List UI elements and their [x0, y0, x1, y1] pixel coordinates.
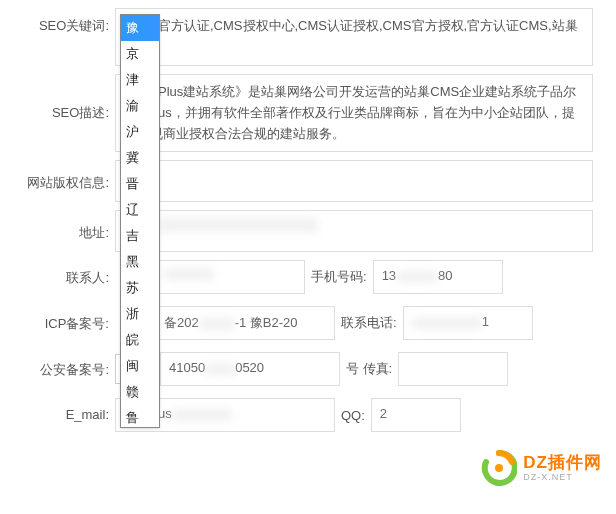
- input-fax[interactable]: [398, 352, 508, 386]
- watermark-sub: DZ-X.NET: [523, 472, 602, 482]
- label-fax: 号 传真:: [346, 360, 392, 378]
- label-email: E_mail:: [0, 398, 115, 422]
- input-qq[interactable]: 2: [371, 398, 461, 432]
- input-tel[interactable]: 1: [403, 306, 533, 340]
- form-container: SEO关键词: 官方认证,CMS授权中心,CMS认证授权,CMS官方授权,官方认…: [0, 0, 616, 452]
- input-address[interactable]: [115, 210, 593, 252]
- dropdown-option[interactable]: 冀: [121, 145, 159, 171]
- row-icp: ICP备案号: 备202-1 豫B2-20 联系电话: 1: [0, 306, 616, 344]
- dropdown-option[interactable]: 黑: [121, 249, 159, 275]
- label-contact: 联系人:: [0, 260, 115, 287]
- dropdown-option[interactable]: 闽: [121, 353, 159, 379]
- dropdown-list[interactable]: 豫京津渝沪冀晋辽吉黑苏浙皖闽赣鲁豫鄂湘粤: [121, 15, 159, 427]
- label-mobile: 手机号码:: [311, 268, 367, 286]
- label-seo-desc: SEO描述:: [0, 74, 115, 122]
- dropdown-option[interactable]: 渝: [121, 93, 159, 119]
- row-seo-keywords: SEO关键词: 官方认证,CMS授权中心,CMS认证授权,CMS官方授权,官方认…: [0, 8, 616, 66]
- input-seo-desc[interactable]: Plus建站系统》是站巢网络公司开发运营的站巢CMS企业建站系统子品尔SiteP…: [115, 74, 593, 152]
- dropdown-option[interactable]: 津: [121, 67, 159, 93]
- watermark-icon: [481, 450, 517, 486]
- dropdown-option[interactable]: 晋: [121, 171, 159, 197]
- input-mobile[interactable]: 1380: [373, 260, 503, 294]
- watermark-logo: DZ插件网 DZ-X.NET: [481, 450, 602, 486]
- dropdown-option[interactable]: 鲁: [121, 405, 159, 427]
- input-copyright[interactable]: [115, 160, 593, 202]
- dropdown-option[interactable]: 辽: [121, 197, 159, 223]
- row-police: 公安备案号: 豫 410500520 号 传真:: [0, 352, 616, 390]
- label-address: 地址:: [0, 210, 115, 242]
- row-address: 地址:: [0, 210, 616, 252]
- input-icp[interactable]: 备202-1 豫B2-20: [155, 306, 335, 340]
- dropdown-option[interactable]: 沪: [121, 119, 159, 145]
- svg-point-0: [495, 464, 503, 472]
- watermark-text: DZ插件网: [523, 454, 602, 473]
- row-contact: 联系人: 手机号码: 1380: [0, 260, 616, 298]
- row-copyright: 网站版权信息:: [0, 160, 616, 202]
- label-qq: QQ:: [341, 408, 365, 423]
- row-email: E_mail: SitePlus QQ: 2: [0, 398, 616, 436]
- dropdown-option[interactable]: 豫: [121, 15, 159, 41]
- input-police-num[interactable]: 410500520: [160, 352, 340, 386]
- dropdown-option[interactable]: 浙: [121, 301, 159, 327]
- row-seo-desc: SEO描述: Plus建站系统》是站巢网络公司开发运营的站巢CMS企业建站系统子…: [0, 74, 616, 152]
- label-police: 公安备案号:: [0, 352, 115, 379]
- label-seo-keywords: SEO关键词:: [0, 8, 115, 35]
- label-tel: 联系电话:: [341, 314, 397, 332]
- dropdown-option[interactable]: 吉: [121, 223, 159, 249]
- input-seo-keywords[interactable]: 官方认证,CMS授权中心,CMS认证授权,CMS官方授权,官方认证CMS,站巢C: [115, 8, 593, 66]
- label-copyright: 网站版权信息:: [0, 160, 115, 192]
- label-icp: ICP备案号:: [0, 306, 115, 333]
- input-contact[interactable]: [155, 260, 305, 294]
- province-dropdown[interactable]: 豫京津渝沪冀晋辽吉黑苏浙皖闽赣鲁豫鄂湘粤: [120, 14, 160, 428]
- dropdown-option[interactable]: 赣: [121, 379, 159, 405]
- dropdown-option[interactable]: 皖: [121, 327, 159, 353]
- dropdown-option[interactable]: 苏: [121, 275, 159, 301]
- dropdown-option[interactable]: 京: [121, 41, 159, 67]
